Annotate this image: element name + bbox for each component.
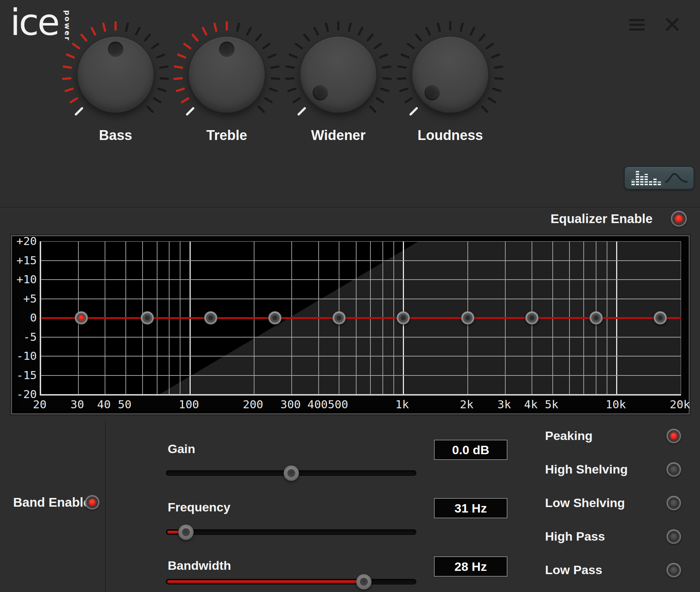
knob-tick [325, 22, 329, 32]
x-axis-label: 100 [171, 398, 206, 411]
knob-tick [114, 21, 117, 31]
widener-knob[interactable] [284, 20, 393, 129]
equalizer-enable-led[interactable] [671, 211, 687, 227]
bass-knob[interactable] [61, 20, 170, 129]
eq-band-handle-250hz[interactable] [268, 311, 281, 324]
treble-knob[interactable] [172, 20, 281, 129]
knob-tick [487, 97, 497, 104]
filter-type-led-peaking[interactable] [666, 429, 681, 443]
knob-min-marker-tick [297, 107, 306, 116]
bass-knob-body[interactable] [78, 37, 153, 113]
knob-tick [376, 97, 385, 104]
widener-knob-body[interactable] [300, 37, 376, 113]
knob-tick [399, 87, 409, 93]
knob-tick [71, 42, 81, 50]
brand-logo: ice [10, 7, 58, 38]
knob-tick [146, 105, 154, 113]
knob-tick [62, 65, 72, 69]
horizontal-gridline [41, 394, 681, 395]
knob-tick [366, 33, 374, 42]
knob-tick [491, 53, 500, 59]
knob-tick [288, 53, 298, 59]
eq-band-handle-4000hz[interactable] [525, 311, 538, 324]
bandwidth-slider-track[interactable] [166, 579, 416, 585]
eq-band-handle-16000hz[interactable] [654, 311, 667, 324]
frequency-label: Frequency [168, 500, 230, 514]
frequency-slider-track[interactable] [166, 529, 416, 535]
eq-band-handle-500hz[interactable] [332, 311, 346, 324]
band-handle-core [79, 315, 84, 320]
knob-tick [357, 27, 363, 36]
gain-label: Gain [168, 442, 195, 456]
icepower-plugin-window: { "app": { "logo_main": "ice", "logo_sub… [0, 0, 700, 592]
filter-type-led-low-shelving[interactable] [666, 496, 681, 510]
knob-tick [62, 77, 71, 80]
knob-tick [294, 42, 303, 50]
brand-logo-main: ice [10, 1, 58, 44]
eq-band-handle-63hz[interactable] [141, 311, 154, 324]
knob-tick [347, 22, 352, 32]
x-axis-label: 500 [320, 398, 355, 411]
knob-tick [183, 42, 192, 50]
bandwidth-slider-thumb[interactable] [356, 574, 372, 589]
knob-tick [380, 87, 390, 93]
y-axis-label: +5 [13, 292, 37, 305]
filter-type-led-high-pass[interactable] [666, 529, 681, 544]
loudness-knob[interactable] [396, 20, 505, 129]
knob-tick [173, 77, 183, 80]
band-enable-led[interactable] [85, 495, 100, 510]
knob-tick [369, 105, 377, 113]
knob-tick [202, 27, 208, 36]
knob-tick [175, 87, 185, 93]
knob-tick [64, 87, 74, 93]
analyzer-toggle-button[interactable] [624, 166, 694, 190]
header-divider [0, 207, 700, 208]
eq-band-handle-2000hz[interactable] [461, 311, 474, 324]
frequency-value-display[interactable]: 31 Hz [434, 498, 508, 518]
filter-type-label-peaking: Peaking [545, 429, 592, 443]
x-axis-label: 50 [107, 398, 142, 411]
knob-tick [157, 87, 167, 93]
eq-band-handle-31hz[interactable] [75, 311, 88, 324]
gain-slider-thumb[interactable] [284, 466, 299, 481]
knob-tick [246, 27, 252, 36]
knob-tick [459, 22, 464, 32]
knob-tick [80, 33, 88, 42]
filter-type-led-high-shelving[interactable] [666, 462, 681, 477]
y-axis-label: -5 [13, 330, 37, 343]
eq-band-handle-8000hz[interactable] [590, 311, 603, 324]
band-handle-core [272, 315, 277, 320]
loudness-knob-body[interactable] [412, 37, 488, 113]
knob-tick [177, 53, 186, 59]
knob-min-marker-tick [74, 107, 83, 116]
treble-knob-body[interactable] [189, 37, 265, 113]
hamburger-icon[interactable] [629, 19, 645, 33]
knob-tick [264, 97, 273, 104]
knob-tick [406, 42, 415, 50]
equalizer-graph-panel: +20+15+10+50-5-10-15-20 2030405010020030… [11, 235, 690, 414]
eq-band-handle-125hz[interactable] [204, 311, 217, 324]
knob-tick [153, 97, 162, 104]
bandwidth-value-display[interactable]: 28 Hz [434, 556, 508, 577]
knob-tick [69, 97, 78, 104]
knob-tick [481, 105, 489, 113]
band-handle-core [465, 315, 470, 320]
gain-value-display[interactable]: 0.0 dB [434, 440, 508, 460]
frequency-slider-thumb[interactable] [178, 525, 194, 540]
y-axis-label: -15 [13, 369, 37, 382]
knob-tick [125, 22, 129, 32]
filter-type-led-low-pass[interactable] [666, 563, 681, 577]
eq-band-handle-1000hz[interactable] [397, 311, 410, 324]
knob-tick [285, 65, 295, 69]
knob-tick [404, 97, 413, 104]
knob-tick [400, 53, 410, 59]
y-axis-label: -10 [13, 349, 37, 362]
equalizer-enable-label: Equalizer Enable [503, 211, 653, 226]
knob-tick [213, 22, 218, 32]
knob-tick [478, 33, 486, 42]
x-axis-label: 1k [385, 398, 420, 411]
close-icon[interactable] [664, 16, 681, 33]
band-handle-core [658, 315, 663, 320]
band-handle-core [401, 315, 406, 320]
eq-plot[interactable] [40, 241, 681, 396]
